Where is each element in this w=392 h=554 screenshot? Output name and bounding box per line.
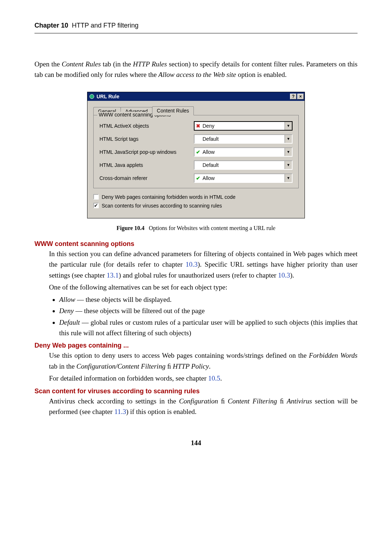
app-icon (89, 94, 95, 99)
java-applets-select[interactable]: Default ▼ (194, 160, 293, 170)
activex-select[interactable]: ✖ Deny ▼ (194, 121, 293, 131)
allow-icon: ✔ (195, 149, 202, 155)
figure-caption: Figure 10.4 Options for Websites with co… (34, 225, 358, 231)
dropdown-arrow-icon: ▼ (285, 148, 292, 156)
section-heading-www: WWW content scanning options (34, 240, 358, 248)
option-row: Cross-domain referer ✔ Allow ▼ (99, 173, 293, 183)
link-11-3[interactable]: 11.3 (114, 408, 126, 415)
checkbox-label: Deny Web pages containing forbidden word… (102, 194, 236, 200)
chapter-title: HTTP and FTP filtering (70, 22, 138, 29)
select-value: Deny (202, 123, 285, 129)
select-value: Default (202, 136, 285, 142)
checkbox-row: Deny Web pages containing forbidden word… (93, 194, 299, 200)
option-row: HTML JavaScript pop-up windows ✔ Allow ▼ (99, 147, 293, 157)
section-body: For detailed information on forbidden wo… (49, 373, 358, 383)
list-item: Default — global rules or custom rules o… (59, 317, 358, 338)
tab-content-rules[interactable]: Content Rules (152, 106, 194, 115)
option-label: HTML Java applets (99, 162, 194, 168)
scan-viruses-checkbox[interactable]: ✔ (93, 203, 99, 208)
option-label: HTML Script tags (99, 136, 194, 142)
option-label: HTML ActiveX objects (99, 123, 194, 129)
titlebar: URL Rule ? × (87, 92, 305, 101)
popup-select[interactable]: ✔ Allow ▼ (194, 147, 293, 157)
section-body: Use this option to deny users to access … (49, 350, 358, 372)
checkbox-row: ✔ Scan contents for viruses according to… (93, 203, 299, 209)
dialog-title: URL Rule (97, 94, 289, 99)
script-tags-select[interactable]: Default ▼ (194, 134, 293, 144)
option-row: HTML ActiveX objects ✖ Deny ▼ (99, 121, 293, 131)
section-body: In this section you can define advanced … (49, 249, 358, 280)
link-13-1[interactable]: 13.1 (107, 271, 119, 279)
section-body: Antivirus check according to settings in… (49, 396, 358, 417)
select-value: Default (202, 162, 285, 168)
section-heading-scan: Scan content for viruses according to sc… (34, 387, 358, 395)
option-row: HTML Script tags Default ▼ (99, 134, 293, 144)
option-row: HTML Java applets Default ▼ (99, 160, 293, 170)
deny-icon: ✖ (195, 123, 202, 129)
section-heading-deny: Deny Web pages containing ... (34, 342, 358, 349)
page-number: 144 (34, 439, 358, 447)
dropdown-arrow-icon: ▼ (285, 135, 292, 143)
select-value: Allow (202, 149, 285, 155)
checkbox-label: Scan contents for viruses according to s… (102, 203, 222, 209)
help-button[interactable]: ? (290, 94, 297, 99)
link-10-3b[interactable]: 10.3 (278, 271, 290, 279)
url-rule-dialog: URL Rule ? × General Advanced Content Ru… (87, 92, 305, 218)
option-label: HTML JavaScript pop-up windows (99, 149, 194, 155)
dropdown-arrow-icon: ▼ (285, 161, 292, 169)
dropdown-arrow-icon: ▼ (285, 122, 292, 130)
list-item: Deny — these objects will be filtered ou… (59, 305, 358, 316)
list-item: Allow — these objects will be displayed. (59, 294, 358, 305)
www-scanning-group: WWW content scanning options HTML Active… (93, 115, 299, 188)
allow-icon: ✔ (195, 175, 202, 181)
svg-point-0 (90, 94, 94, 99)
deny-forbidden-checkbox[interactable] (93, 194, 99, 200)
option-label: Cross-domain referer (99, 175, 194, 181)
chapter-header: Chapter 10 HTTP and FTP filtering (34, 22, 358, 33)
dropdown-arrow-icon: ▼ (285, 174, 292, 182)
select-value: Allow (202, 175, 285, 181)
bullet-list: Allow — these objects will be displayed.… (49, 294, 358, 338)
link-10-5[interactable]: 10.5 (208, 374, 220, 382)
section-body: One of the following alternatives can be… (49, 282, 358, 292)
intro-paragraph: Open the Content Rules tab (in the HTTP … (34, 59, 358, 80)
referer-select[interactable]: ✔ Allow ▼ (194, 173, 293, 183)
link-10-3[interactable]: 10.3 (185, 260, 197, 268)
chapter-number: Chapter 10 (34, 22, 68, 29)
close-button[interactable]: × (297, 94, 304, 99)
